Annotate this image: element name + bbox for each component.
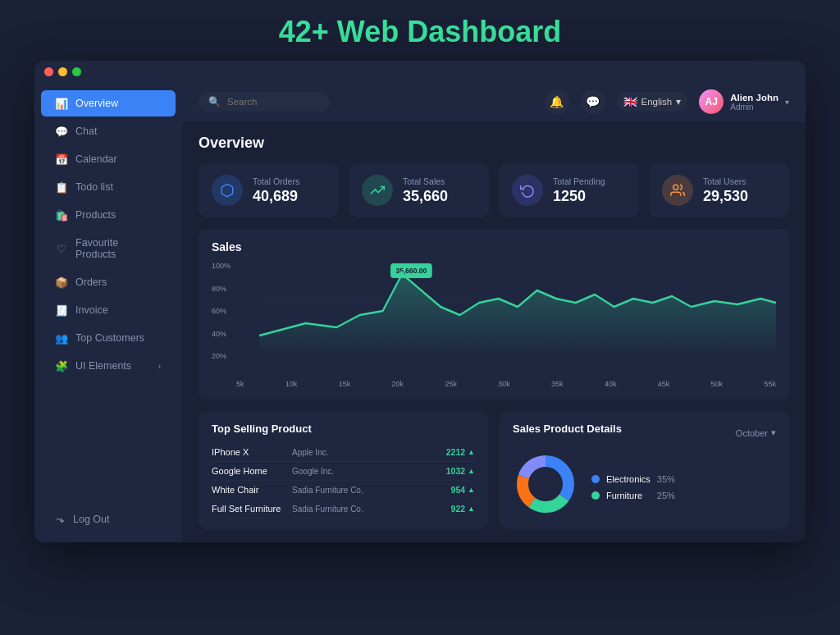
stat-card-total-users: Total Users 29,530 [649, 163, 789, 217]
x-label-30k: 30k [498, 380, 510, 388]
total-users-value: 29,530 [703, 188, 748, 205]
sidebar-item-ui-elements[interactable]: 🧩 UI Elements › [41, 353, 176, 379]
logout-icon: ⬎ [56, 513, 65, 525]
avatar-initials: AJ [705, 96, 718, 107]
dashboard: Overview Total Orders 40,689 [182, 121, 806, 542]
total-pending-info: Total Pending 1250 [553, 176, 605, 205]
sidebar-nav: 📊 Overview 💬 Chat 📅 Calendar 📋 Todo list [34, 89, 182, 502]
content-area: 🔍 🔔 💬 🇬🇧 English ▾ AJ [182, 83, 806, 542]
y-label-20: 20% [212, 352, 231, 360]
user-name: Alien John [730, 93, 778, 103]
message-button[interactable]: 💬 [581, 89, 605, 114]
logout-button[interactable]: ⬎ Log Out [41, 505, 176, 532]
trend-up-icon-3: ▲ [468, 505, 475, 513]
sidebar: 📊 Overview 💬 Chat 📅 Calendar 📋 Todo list [34, 83, 182, 542]
traffic-light-red[interactable] [44, 67, 53, 76]
sales-chart-area: 100% 80% 60% 40% 20% [212, 262, 776, 377]
chart-x-labels: 5k 10k 15k 20k 25k 30k 35k 40k 45k 50k 5… [212, 377, 776, 388]
total-sales-info: Total Sales 35,660 [403, 176, 448, 205]
x-label-55k: 55k [764, 380, 776, 388]
favourite-icon: ♡ [56, 243, 67, 254]
product-name-1: Google Home [212, 466, 285, 476]
user-info[interactable]: AJ Alien John Admin ▾ [699, 89, 789, 114]
overview-title: Overview [199, 135, 789, 152]
search-box[interactable]: 🔍 [199, 92, 330, 112]
ui-elements-icon: 🧩 [56, 360, 67, 372]
product-row-google: Google Home Google Inc. 1032 ▲ [212, 462, 475, 481]
stat-card-total-pending: Total Pending 1250 [499, 163, 639, 217]
sidebar-label-overview: Overview [75, 98, 118, 109]
sidebar-item-calendar[interactable]: 📅 Calendar [41, 146, 176, 172]
total-sales-label: Total Sales [403, 176, 448, 186]
header: 🔍 🔔 💬 🇬🇧 English ▾ AJ [182, 83, 806, 121]
sidebar-item-todo[interactable]: 📋 Todo list [41, 174, 176, 200]
y-label-100: 100% [212, 262, 231, 270]
user-role: Admin [730, 103, 778, 112]
chevron-right-icon: › [158, 362, 161, 371]
notification-button[interactable]: 🔔 [545, 89, 569, 114]
product-name-3: Full Set Furniture [212, 504, 285, 514]
sidebar-label-products: Products [75, 209, 116, 221]
sidebar-item-products[interactable]: 🛍️ Products [41, 202, 176, 228]
product-company-0: Apple Inc. [292, 448, 440, 457]
stats-row: Total Orders 40,689 Total Sales [199, 163, 789, 217]
chevron-down-icon: ▾ [676, 96, 681, 107]
legend-item-furniture: Furniture 25% [591, 491, 675, 500]
traffic-light-yellow[interactable] [58, 67, 67, 76]
sales-product-details-card: Sales Product Details October ▾ [500, 411, 789, 529]
x-label-35k: 35k [551, 380, 564, 388]
sidebar-item-invoice[interactable]: 🧾 Invoice [41, 297, 176, 323]
donut-chart [513, 451, 578, 517]
sidebar-label-favourite: Favourite Products [75, 237, 161, 260]
x-label-45k: 45k [658, 380, 670, 388]
sidebar-label-logout: Log Out [73, 514, 109, 525]
sidebar-item-orders[interactable]: 📦 Orders [41, 269, 176, 295]
y-label-60: 60% [212, 307, 231, 315]
total-orders-info: Total Orders 40,689 [253, 176, 299, 205]
x-label-5k: 5k [236, 380, 244, 388]
product-sales-3: 922 ▲ [451, 504, 475, 514]
total-orders-icon [212, 175, 243, 206]
user-text: Alien John Admin [730, 93, 778, 112]
language-selector[interactable]: 🇬🇧 English ▾ [617, 92, 688, 112]
calendar-icon: 📅 [56, 153, 67, 165]
product-name-0: IPhone X [212, 447, 285, 457]
month-chevron-icon: ▾ [771, 427, 776, 438]
total-orders-value: 40,689 [253, 188, 299, 205]
sidebar-item-top-customers[interactable]: 👥 Top Customers [41, 325, 176, 351]
sidebar-item-favourite[interactable]: ♡ Favourite Products [41, 230, 176, 267]
total-users-info: Total Users 29,530 [703, 176, 748, 205]
total-pending-label: Total Pending [553, 176, 605, 186]
header-icons: 🔔 💬 🇬🇧 English ▾ AJ Alien John Admin [545, 89, 790, 114]
product-sales-1: 1032 ▲ [446, 466, 475, 476]
sales-details-header: Sales Product Details October ▾ [513, 423, 776, 443]
sidebar-item-chat[interactable]: 💬 Chat [41, 118, 176, 144]
page-main-title: 42+ Web Dashboard [0, 15, 840, 49]
donut-area: Electronics 35% Furniture 25% [513, 451, 776, 517]
title-bar [34, 61, 806, 83]
stat-card-total-orders: Total Orders 40,689 [199, 163, 339, 217]
product-row-chair: White Chair Sadia Furniture Co. 954 ▲ [212, 481, 475, 500]
search-input[interactable] [227, 97, 317, 107]
top-selling-title: Top Selling Product [212, 423, 475, 435]
x-label-25k: 25k [445, 380, 457, 388]
total-users-icon [662, 175, 693, 206]
products-icon: 🛍️ [56, 209, 67, 221]
legend-dot-furniture [591, 491, 600, 500]
month-selector[interactable]: October ▾ [736, 427, 776, 438]
product-row-furniture: Full Set Furniture Sadia Furniture Co. 9… [212, 500, 475, 518]
traffic-light-green[interactable] [72, 67, 81, 76]
chat-icon: 💬 [56, 126, 67, 137]
sidebar-label-orders: Orders [75, 276, 107, 288]
sidebar-label-top-customers: Top Customers [75, 332, 144, 344]
product-company-3: Sadia Furniture Co. [292, 505, 445, 514]
bottom-row: Top Selling Product IPhone X Apple Inc. … [199, 411, 789, 529]
total-sales-icon [362, 175, 393, 206]
legend-label-furniture: Furniture [606, 491, 651, 500]
search-icon: 🔍 [208, 96, 221, 107]
sidebar-label-calendar: Calendar [75, 153, 117, 165]
language-label: English [641, 97, 673, 107]
x-label-40k: 40k [605, 380, 617, 388]
sidebar-item-overview[interactable]: 📊 Overview [41, 90, 176, 116]
month-label: October [736, 428, 768, 438]
